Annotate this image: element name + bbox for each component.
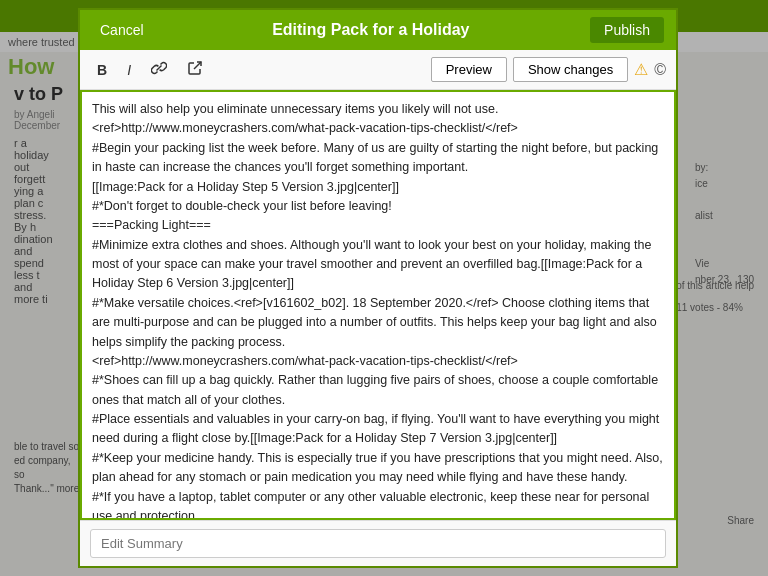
bold-button[interactable]: B [90,58,114,82]
svg-line-1 [194,62,201,69]
show-changes-button[interactable]: Show changes [513,57,628,82]
editor-modal: Cancel Editing Pack for a Holiday Publis… [78,8,678,568]
editor-content-area[interactable]: This will also help you eliminate unnece… [80,90,676,520]
link-button[interactable] [144,56,174,83]
edit-summary-input[interactable] [90,529,666,558]
publish-button[interactable]: Publish [590,17,664,43]
cc-icon[interactable]: © [654,61,666,79]
italic-button[interactable]: I [120,58,138,82]
cancel-button[interactable]: Cancel [92,18,152,42]
link-icon [151,60,167,76]
modal-title: Editing Pack for a Holiday [152,21,590,39]
external-link-icon [187,60,203,76]
modal-header: Cancel Editing Pack for a Holiday Publis… [80,10,676,50]
external-link-button[interactable] [180,56,210,83]
preview-button[interactable]: Preview [431,57,507,82]
edit-summary-bar [80,520,676,566]
editor-toolbar: B I Preview Show changes ⚠ © [80,50,676,90]
warning-icon[interactable]: ⚠ [634,60,648,79]
